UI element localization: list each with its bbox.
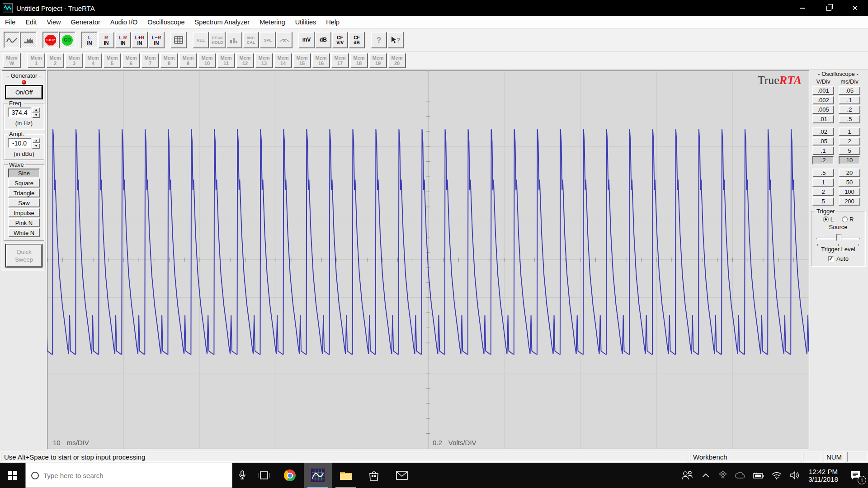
close-button[interactable]: ✕ (842, 0, 868, 16)
unit-button-db[interactable]: dB (315, 32, 331, 48)
people-button[interactable] (677, 463, 697, 488)
trigger-auto-checkbox[interactable]: ✓ (828, 256, 834, 262)
vdiv-option-01[interactable]: .01 (812, 115, 834, 123)
wave-option-pink-n[interactable]: Pink N (8, 218, 40, 227)
wave-option-white-n[interactable]: White N (8, 228, 40, 237)
memory-button-17[interactable]: Mem17 (331, 53, 349, 68)
vdiv-option-05[interactable]: .05 (812, 137, 834, 145)
menu-item-oscilloscope[interactable]: Oscilloscope (142, 16, 189, 28)
stop-button[interactable]: STOP (42, 32, 59, 48)
vdiv-option-1[interactable]: 1 (812, 178, 834, 187)
vdiv-option-5[interactable]: 5 (812, 197, 834, 206)
toolbar-button-spl[interactable]: SPL (259, 32, 276, 48)
menu-item-file[interactable]: File (0, 16, 20, 28)
msdiv-option-10[interactable]: 10 (839, 156, 860, 164)
trigger-source-left-radio[interactable]: L (823, 216, 834, 223)
microphone-button[interactable] (232, 463, 252, 488)
input-button-r-in[interactable]: RIN (98, 32, 114, 48)
memory-button-11[interactable]: Mem11 (217, 53, 235, 68)
memory-button-8[interactable]: Mem8 (160, 53, 178, 68)
taskbar-clock[interactable]: 12:42 PM 3/11/2018 (804, 463, 843, 488)
wave-option-saw[interactable]: Saw (8, 198, 40, 207)
go-button[interactable]: GO (59, 32, 75, 48)
memory-button-13[interactable]: Mem13 (255, 53, 273, 68)
menu-item-audio-i-o[interactable]: Audio I/O (105, 16, 142, 28)
freq-value-field[interactable]: 374.4 (8, 108, 31, 117)
msdiv-option-1[interactable]: .1 (839, 96, 860, 104)
taskbar-app-chrome[interactable] (276, 463, 304, 488)
wifi-tray-button[interactable] (768, 463, 786, 488)
taskbar-app-explorer[interactable] (332, 463, 360, 488)
wave-option-square[interactable]: Square (8, 178, 40, 188)
vdiv-option-001[interactable]: .001 (812, 86, 834, 95)
ampl-value-field[interactable]: -10.0 (8, 138, 31, 148)
memory-button-10[interactable]: Mem10 (198, 53, 216, 68)
grid-toggle-button[interactable] (170, 32, 187, 48)
slider-thumb[interactable] (836, 234, 841, 243)
wave-option-impulse[interactable]: Impulse (8, 208, 40, 217)
tray-expand-button[interactable] (697, 463, 714, 488)
menu-item-utilities[interactable]: Utilities (290, 16, 321, 28)
menu-item-edit[interactable]: Edit (20, 16, 42, 28)
menu-item-generator[interactable]: Generator (66, 16, 105, 28)
vdiv-option-005[interactable]: .005 (812, 105, 834, 114)
generator-onoff-button[interactable]: On/Off (6, 86, 42, 99)
task-view-button[interactable] (252, 463, 276, 488)
wave-option-triangle[interactable]: Triangle (8, 188, 40, 197)
msdiv-option-5[interactable]: .5 (839, 115, 860, 123)
memory-button-3[interactable]: Mem3 (65, 53, 83, 68)
unit-button-cf-v-v[interactable]: CFV/V (332, 32, 348, 48)
msdiv-option-100[interactable]: 100 (839, 188, 860, 196)
curve-x-icon-button[interactable] (276, 32, 292, 48)
msdiv-option-20[interactable]: 20 (839, 169, 860, 177)
memory-button-9[interactable]: Mem9 (179, 53, 197, 68)
dropbox-tray-button[interactable] (714, 463, 731, 488)
msdiv-option-200[interactable]: 200 (839, 197, 860, 206)
menu-item-help[interactable]: Help (321, 16, 344, 28)
trigger-level-slider[interactable] (816, 234, 860, 246)
vdiv-option-2[interactable]: .2 (812, 156, 834, 164)
trigger-source-right-radio[interactable]: R (842, 216, 854, 223)
memory-button-1[interactable]: Mem1 (27, 53, 45, 68)
minimize-button[interactable] (789, 0, 816, 16)
context-help-button[interactable]: ? (387, 32, 404, 48)
memory-button-14[interactable]: Mem14 (274, 53, 292, 68)
taskbar-search[interactable] (25, 463, 232, 488)
search-input[interactable] (43, 472, 215, 479)
quick-sweep-button[interactable]: Quick Sweep (6, 244, 42, 267)
taskbar-app-truerta[interactable] (304, 463, 332, 488)
ampl-spin-up-button[interactable]: ▲ (32, 138, 40, 143)
menu-item-metering[interactable]: Metering (255, 16, 290, 28)
menu-item-view[interactable]: View (42, 16, 66, 28)
vdiv-option-1[interactable]: .1 (812, 146, 834, 155)
menu-item-spectrum-analyzer[interactable]: Spectrum Analyzer (190, 16, 255, 28)
action-center-button[interactable]: 1 (843, 463, 868, 488)
msdiv-option-50[interactable]: 50 (839, 178, 860, 187)
memory-button-w[interactable]: MemW (3, 53, 21, 68)
vdiv-option-002[interactable]: .002 (812, 96, 834, 104)
toolbar-button-peak-hold[interactable]: PEAKHOLD (209, 32, 226, 48)
input-button-l-r-in[interactable]: L RIN (115, 32, 131, 48)
start-button[interactable] (0, 463, 25, 488)
vdiv-option-2[interactable]: 2 (812, 188, 834, 196)
freq-spin-down-button[interactable]: ▼ (32, 113, 40, 118)
toolbar-button-mic-cal[interactable]: MICCAL (243, 32, 259, 48)
help-button[interactable]: ? (371, 32, 387, 48)
memory-button-15[interactable]: Mem15 (293, 53, 311, 68)
memory-button-19[interactable]: Mem19 (369, 53, 387, 68)
memory-button-20[interactable]: Mem20 (388, 53, 406, 68)
memory-button-18[interactable]: Mem18 (350, 53, 368, 68)
msdiv-option-05[interactable]: .05 (839, 86, 860, 95)
spectrum-view-button[interactable] (20, 32, 37, 48)
taskbar-app-store[interactable] (360, 463, 388, 488)
taskbar-app-mail[interactable] (388, 463, 416, 488)
unit-button-mv[interactable]: mV (298, 32, 315, 48)
freq-spin-up-button[interactable]: ▲ (32, 107, 40, 113)
input-button-l-r-in[interactable]: L−RIN (148, 32, 165, 48)
msdiv-option-1[interactable]: 1 (839, 127, 860, 136)
oscilloscope-view-button[interactable] (4, 32, 20, 48)
msdiv-option-5[interactable]: 5 (839, 146, 860, 155)
memory-button-4[interactable]: Mem4 (84, 53, 102, 68)
toolbar-button-rel[interactable]: REL (193, 32, 209, 48)
memory-button-6[interactable]: Mem6 (122, 53, 140, 68)
